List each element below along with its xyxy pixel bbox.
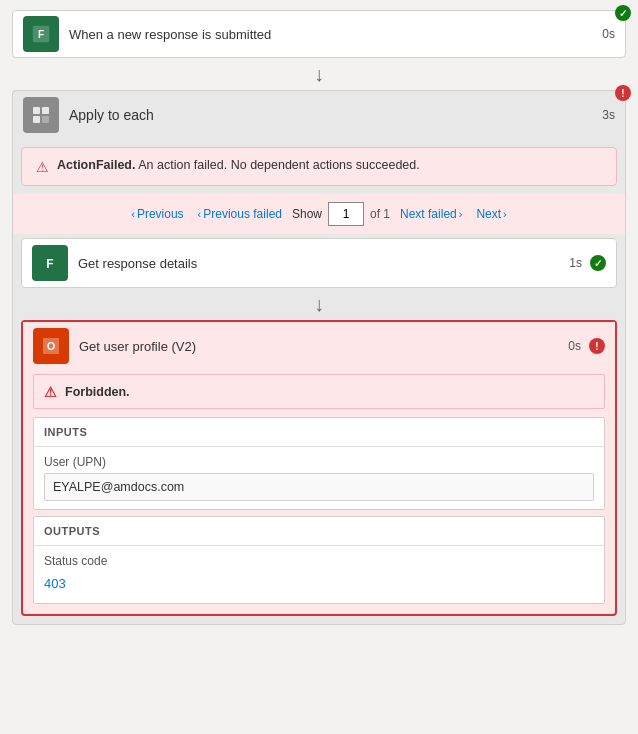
apply-to-each-title: Apply to each bbox=[69, 107, 602, 123]
total-pages: of 1 bbox=[370, 207, 390, 221]
get-response-details-title: Get response details bbox=[78, 256, 569, 271]
outputs-section: OUTPUTS Status code 403 bbox=[33, 516, 605, 604]
get-response-details-time: 1s bbox=[569, 256, 582, 270]
get-user-profile-header: O Get user profile (V2) 0s ! bbox=[23, 322, 615, 370]
trigger-card: F When a new response is submitted 0s ✓ bbox=[12, 10, 626, 58]
exclamation-icon: ! bbox=[621, 88, 624, 99]
svg-rect-2 bbox=[33, 107, 40, 114]
trigger-icon: F bbox=[23, 16, 59, 52]
previous-button[interactable]: ‹ Previous bbox=[127, 205, 187, 223]
previous-label: Previous bbox=[137, 207, 184, 221]
forms-icon: F bbox=[32, 245, 68, 281]
error-text: ActionFailed. An action failed. No depen… bbox=[57, 158, 420, 172]
apply-inner-content: F Get response details 1s ✓ ↓ bbox=[21, 238, 617, 616]
svg-text:O: O bbox=[47, 340, 56, 352]
svg-text:F: F bbox=[46, 257, 53, 271]
trigger-time: 0s bbox=[602, 27, 615, 41]
exclamation-icon-2: ! bbox=[595, 341, 598, 352]
apply-to-each-header: Apply to each 3s ! bbox=[13, 91, 625, 139]
error-banner: ⚠ ActionFailed. An action failed. No dep… bbox=[21, 147, 617, 186]
office-icon: O bbox=[33, 328, 69, 364]
workflow-container: F When a new response is submitted 0s ✓ … bbox=[0, 0, 638, 635]
chevron-left-icon: ‹ bbox=[131, 208, 135, 220]
user-upn-label: User (UPN) bbox=[44, 455, 594, 469]
svg-text:F: F bbox=[38, 29, 44, 40]
page-number-input[interactable] bbox=[328, 202, 364, 226]
get-user-error-badge: ! bbox=[589, 338, 605, 354]
pagination-bar: ‹ Previous ‹ Previous failed Show of 1 N… bbox=[13, 194, 625, 234]
apply-to-each-card: Apply to each 3s ! ⚠ ActionFailed. An ac… bbox=[12, 90, 626, 625]
status-code-value: 403 bbox=[44, 572, 594, 595]
get-response-details-card: F Get response details 1s ✓ bbox=[21, 238, 617, 288]
trigger-title: When a new response is submitted bbox=[69, 27, 594, 42]
user-upn-value: EYALPE@amdocs.com bbox=[44, 473, 594, 501]
get-user-profile-time: 0s bbox=[568, 339, 581, 353]
warning-icon: ⚠ bbox=[36, 159, 49, 175]
error-bold: ActionFailed. bbox=[57, 158, 135, 172]
status-code-label: Status code bbox=[44, 554, 594, 568]
arrow-down-1: ↓ bbox=[314, 58, 324, 90]
next-label: Next bbox=[476, 207, 501, 221]
previous-failed-label: Previous failed bbox=[203, 207, 282, 221]
chevron-left-failed-icon: ‹ bbox=[198, 208, 202, 220]
svg-rect-4 bbox=[33, 116, 40, 123]
previous-failed-button[interactable]: ‹ Previous failed bbox=[194, 205, 286, 223]
svg-rect-3 bbox=[42, 107, 49, 114]
forbidden-label: Forbidden. bbox=[65, 385, 130, 399]
svg-rect-5 bbox=[42, 116, 49, 123]
get-response-success-badge: ✓ bbox=[590, 255, 606, 271]
next-failed-label: Next failed bbox=[400, 207, 457, 221]
outputs-section-body: Status code 403 bbox=[34, 546, 604, 603]
check-icon: ✓ bbox=[619, 8, 627, 19]
outputs-section-header: OUTPUTS bbox=[34, 517, 604, 546]
get-response-details-header: F Get response details 1s ✓ bbox=[22, 239, 616, 287]
chevron-right-icon: › bbox=[503, 208, 507, 220]
check-icon-2: ✓ bbox=[594, 258, 602, 269]
forbidden-banner: ⚠ Forbidden. bbox=[33, 374, 605, 409]
next-button[interactable]: Next › bbox=[472, 205, 510, 223]
inputs-section-header: INPUTS bbox=[34, 418, 604, 447]
get-user-profile-card: O Get user profile (V2) 0s ! ⚠ Forbidden… bbox=[21, 320, 617, 616]
chevron-right-failed-icon: › bbox=[459, 208, 463, 220]
apply-error-badge: ! bbox=[615, 85, 631, 101]
show-label: Show bbox=[292, 207, 322, 221]
apply-to-each-icon bbox=[23, 97, 59, 133]
arrow-down-2: ↓ bbox=[21, 288, 617, 320]
error-message: An action failed. No dependent actions s… bbox=[135, 158, 419, 172]
forbidden-warning-icon: ⚠ bbox=[44, 384, 57, 400]
get-user-profile-title: Get user profile (V2) bbox=[79, 339, 568, 354]
next-failed-button[interactable]: Next failed › bbox=[396, 205, 466, 223]
trigger-success-badge: ✓ bbox=[615, 5, 631, 21]
inputs-section: INPUTS User (UPN) EYALPE@amdocs.com bbox=[33, 417, 605, 510]
apply-to-each-time: 3s bbox=[602, 108, 615, 122]
inputs-section-body: User (UPN) EYALPE@amdocs.com bbox=[34, 447, 604, 509]
